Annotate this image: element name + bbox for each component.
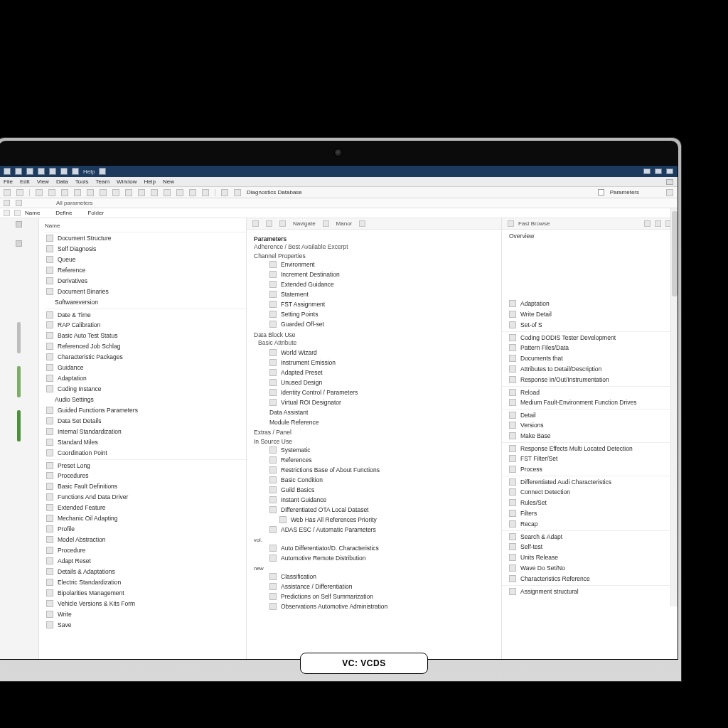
right-item[interactable]: Coding DODIS Tester Development <box>502 331 678 342</box>
center-item[interactable]: Instrument Emission <box>254 358 494 368</box>
nav-item[interactable]: Adaptation <box>45 373 246 383</box>
vertical-scrollbar[interactable] <box>670 208 678 606</box>
tool-zoomin-icon[interactable] <box>151 189 158 196</box>
right-item[interactable]: Self-test <box>502 541 678 552</box>
nav-item[interactable]: Guided Functions Parameters <box>45 405 246 415</box>
ctab-back-icon[interactable] <box>252 220 259 227</box>
nav-item[interactable]: Referenced Job Schlag <box>45 341 246 351</box>
right-item[interactable]: Set-of S <box>502 319 678 330</box>
menu-edit[interactable]: Edit <box>20 178 30 185</box>
namebox[interactable]: Name <box>25 210 40 216</box>
nav-item[interactable]: Basic Fault Definitions <box>45 481 246 491</box>
nav-item[interactable]: Date & Time <box>45 309 246 319</box>
menu-new[interactable]: New <box>163 178 174 185</box>
ctab-up-icon[interactable] <box>279 220 286 227</box>
nav-item[interactable]: Adapt Reset <box>45 555 246 566</box>
tool-zoomout-icon[interactable] <box>164 189 171 196</box>
nav-item[interactable]: Data Set Details <box>45 415 246 426</box>
rail-icon-1[interactable] <box>16 221 22 228</box>
window-minimize-button[interactable] <box>643 168 651 174</box>
ctab-manor[interactable]: Manor <box>336 220 353 227</box>
tool-page-icon[interactable] <box>202 189 209 196</box>
center-item[interactable]: References <box>254 455 494 465</box>
tool-grid-icon[interactable] <box>189 189 196 196</box>
titlebar-help[interactable]: Help <box>83 168 95 175</box>
nav-item[interactable]: Queue <box>45 254 246 264</box>
nav-item[interactable]: Preset Long <box>45 459 246 470</box>
right-item[interactable]: Make Base <box>502 430 678 441</box>
qat-open-icon[interactable] <box>15 168 22 175</box>
nav-item[interactable]: Coordination Point <box>45 447 246 458</box>
nav-item[interactable]: Reference <box>45 264 246 275</box>
center-item[interactable]: Predictions on Self Summarization <box>254 592 494 601</box>
menubar-close-icon[interactable] <box>666 179 673 185</box>
tool-folder-icon[interactable] <box>221 189 228 196</box>
center-item[interactable]: Extended Guidance <box>254 279 494 289</box>
nav-item[interactable]: Profile <box>45 523 246 534</box>
nav-item[interactable]: Extended Feature <box>45 502 246 513</box>
tool-forward-icon[interactable] <box>16 189 23 196</box>
right-pin-icon[interactable] <box>508 220 514 227</box>
nav-item[interactable]: Procedure <box>45 545 246 555</box>
right-item[interactable]: Filters <box>502 508 678 518</box>
center-item[interactable]: Automotive Remote Distribution <box>254 553 494 563</box>
center-item[interactable]: Increment Destination <box>254 269 494 279</box>
right-item[interactable]: Connect Detection <box>502 486 678 497</box>
nav-item[interactable]: Document Structure <box>45 232 246 243</box>
center-item[interactable]: Classification <box>254 572 494 582</box>
fx-accept-icon[interactable] <box>14 210 21 216</box>
center-item[interactable]: Virtual ROI Designator <box>254 397 494 407</box>
nav-item[interactable]: Derivatives <box>45 275 246 286</box>
center-item[interactable]: World Wizard <box>254 348 494 358</box>
tool-doc-icon[interactable] <box>234 189 241 196</box>
nav-item[interactable]: Model Abstraction <box>45 534 246 545</box>
center-item[interactable]: Unused Design <box>254 378 494 387</box>
right-item[interactable]: Detail <box>502 409 678 419</box>
menu-window[interactable]: Window <box>117 178 136 185</box>
center-item[interactable]: Basic Condition <box>254 475 494 485</box>
nav-item[interactable]: Vehicle Versions & Kits Form <box>45 598 246 609</box>
nav-item[interactable]: Self Diagnosis <box>45 243 246 254</box>
tool-checkbox[interactable] <box>598 189 604 196</box>
right-item[interactable]: Medium Fault-Environment Function Drives <box>502 397 678 407</box>
center-item[interactable]: Assistance / Differentiation <box>254 582 494 592</box>
nav-item[interactable]: Details & Adaptations <box>45 566 246 577</box>
center-item[interactable]: Guarded Off-set <box>254 319 494 329</box>
right-item[interactable]: Write Detail <box>502 309 678 319</box>
nav-item[interactable]: Procedures <box>45 470 246 481</box>
nav-item[interactable]: Audio Settings <box>45 394 246 405</box>
tool-copy-icon[interactable] <box>87 189 94 196</box>
right-item[interactable]: Assignment structural <box>502 585 678 596</box>
window-maximize-button[interactable] <box>655 168 662 174</box>
menu-team[interactable]: Team <box>95 178 109 185</box>
nav-item[interactable]: Functions And Data Driver <box>45 491 246 502</box>
right-item[interactable]: Response In/Out/Instrumentation <box>502 374 678 385</box>
right-item[interactable]: Documents that <box>502 353 678 363</box>
right-item[interactable]: Reload <box>502 386 678 397</box>
tool-home-icon[interactable] <box>61 189 68 196</box>
right-gear-icon[interactable] <box>644 220 651 227</box>
qat-save-icon[interactable] <box>26 168 33 175</box>
tool-search-icon[interactable] <box>125 189 132 196</box>
nav-item[interactable]: Coding Instance <box>45 383 246 394</box>
nav-item[interactable]: Characteristic Packages <box>45 351 246 362</box>
nav-item[interactable]: Save <box>45 619 246 630</box>
nav-item[interactable]: Write <box>45 609 246 619</box>
ctab-navigate[interactable]: Navigate <box>293 220 316 227</box>
sub-icon-1[interactable] <box>4 200 10 206</box>
rail-icon-2[interactable] <box>16 240 22 247</box>
qat-run-icon[interactable] <box>72 168 79 175</box>
center-item[interactable]: FST Assignment <box>254 299 494 309</box>
tool-cut-icon[interactable] <box>112 189 119 196</box>
nav-item[interactable]: Electric Standardization <box>45 577 246 587</box>
menu-data[interactable]: Data <box>56 178 68 185</box>
center-item[interactable]: Web Has All References Priority <box>254 515 494 525</box>
tool-paste-icon[interactable] <box>100 189 107 196</box>
qat-extra-icon[interactable] <box>99 168 106 175</box>
center-item[interactable]: Identity Control / Parameters <box>254 387 494 397</box>
tool-fit-icon[interactable] <box>176 189 183 196</box>
tool-filter-icon[interactable] <box>138 189 145 196</box>
center-item[interactable]: ADAS ESC / Automatic Parameters <box>254 525 494 535</box>
nav-item[interactable]: Guidance <box>45 362 246 373</box>
ctab-new-icon[interactable] <box>323 220 329 227</box>
